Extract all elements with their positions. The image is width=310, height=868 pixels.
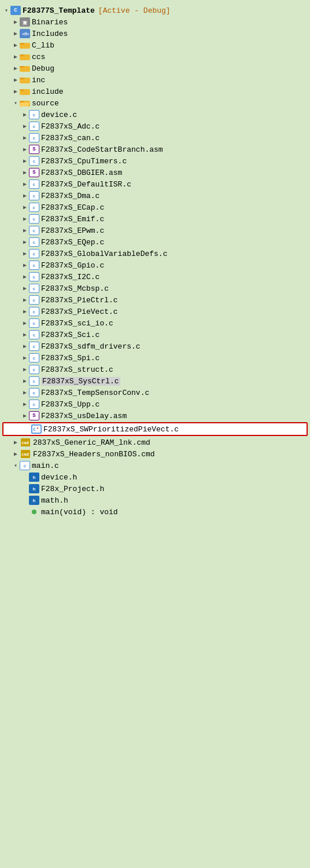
c-file-icon: c [29, 191, 39, 200]
main_void-label: main(void) : void [41, 508, 118, 517]
tree-item-inc[interactable]: ▶inc [0, 74, 310, 86]
tree-item-ecap_c[interactable]: ▶cF2837xS_ECap.c [0, 202, 310, 213]
tree-item-adc_c[interactable]: ▶cF2837xS_Adc.c [0, 120, 310, 132]
dma_c-label: F2837xS_Dma.c [41, 192, 99, 200]
tree-item-struct_c[interactable]: ▶cF2837xS_struct.c [0, 364, 310, 375]
c_lib-label: C_lib [32, 41, 54, 50]
c-file-icon: c [29, 400, 39, 409]
svg-rect-9 [20, 78, 24, 79]
dbgier_asm-chevron: ▶ [21, 169, 29, 176]
file-tree: ▾ C F28377S_Template [Active - Debug] ▶▣… [0, 2, 310, 520]
tree-root[interactable]: ▾ C F28377S_Template [Active - Debug] [0, 5, 310, 16]
tree-item-includes[interactable]: ▶<H>Includes [0, 28, 310, 39]
c-file-icon: c [29, 180, 39, 189]
tree-item-epwm_c[interactable]: ▶cF2837xS_EPwm.c [0, 225, 310, 236]
tree-item-device_h[interactable]: hdevice.h [0, 471, 310, 483]
h-file-icon: h [29, 496, 39, 505]
tree-item-f28x_project_h[interactable]: hF28x_Project.h [0, 483, 310, 495]
globalvardefs_c-chevron: ▶ [21, 250, 29, 257]
pievect_c-label: F2837xS_PieVect.c [41, 307, 118, 316]
c-file-icon: c [29, 203, 39, 212]
tree-item-tempsensor_c[interactable]: ▶cF2837xS_TempSensorConv.c [0, 387, 310, 398]
tree-item-include[interactable]: ▶include [0, 86, 310, 97]
root-label: F28377S_Template [23, 6, 95, 15]
tree-item-globalvardefs_c[interactable]: ▶cF2837xS_GlobalVariableDefs.c [0, 248, 310, 259]
root-status: [Active - Debug] [98, 6, 171, 15]
c-file-icon: c [29, 295, 39, 305]
usdelay_asm-chevron: ▶ [21, 412, 29, 419]
tree-item-i2c_c[interactable]: ▶cF2837xS_I2C.c [0, 271, 310, 283]
tree-item-gpio_c[interactable]: ▶cF2837xS_Gpio.c [0, 259, 310, 271]
tempsensor_c-label: F2837xS_TempSensorConv.c [41, 389, 149, 397]
tree-item-dma_c[interactable]: ▶cF2837xS_Dma.c [0, 190, 310, 202]
c-file-icon: c [29, 261, 39, 270]
c-file-icon: c [29, 110, 39, 119]
source-chevron: ▾ [12, 100, 20, 107]
tree-item-spi_c[interactable]: ▶cF2837xS_Spi.c [0, 352, 310, 364]
math_h-label: math.h [41, 496, 68, 505]
usdelay_asm-label: F2837xS_usDelay.asm [41, 412, 127, 420]
spi_c-chevron: ▶ [21, 354, 29, 361]
c-file-icon: c [29, 318, 39, 328]
tree-item-c_lib[interactable]: ▶C_lib [0, 39, 310, 51]
tree-item-generic_ram_cmd[interactable]: ▶cmd2837xS_Generic_RAM_lnk.cmd [0, 437, 310, 448]
tree-item-defaultisr_c[interactable]: ▶cF2837xS_DefaultISR.c [0, 178, 310, 190]
tree-item-sysctrl_c[interactable]: ▶cF2837xS_SysCtrl.c [0, 375, 310, 387]
tree-item-main_c[interactable]: ▾cmain.c [0, 460, 310, 471]
tree-item-sdfm_c[interactable]: ▶cF2837xS_sdfm_drivers.c [0, 340, 310, 352]
codestart_asm-label: F2837xS_CodeStartBranch.asm [41, 145, 163, 154]
tree-item-swprioritized_c[interactable]: c★F2837xS_SWPrioritizedPieVect.c [2, 422, 308, 436]
tree-item-source[interactable]: ▾source [0, 97, 310, 109]
tree-item-codestart_asm[interactable]: ▶SF2837xS_CodeStartBranch.asm [0, 144, 310, 155]
c-file-icon: c [29, 214, 39, 224]
main_c-chevron: ▾ [12, 462, 20, 469]
c-file-icon: c [29, 353, 39, 362]
can_c-label: F2837xS_can.c [41, 134, 99, 142]
tree-item-sci_io_c[interactable]: ▶cF2837xS_sci_io.c [0, 317, 310, 329]
eqep_c-label: F2837xS_EQep.c [41, 238, 104, 247]
tree-item-debug[interactable]: ▶Debug [0, 63, 310, 74]
pievect_c-chevron: ▶ [21, 308, 29, 315]
circle-green-icon [29, 507, 39, 517]
gpio_c-label: F2837xS_Gpio.c [41, 261, 104, 270]
tree-item-binaries[interactable]: ▶▣Binaries [0, 16, 310, 28]
piectrl_c-label: F2837xS_PieCtrl.c [41, 296, 118, 305]
defaultisr_c-chevron: ▶ [21, 181, 29, 188]
debug-label: Debug [32, 64, 54, 73]
headers_nonbios_cmd-chevron: ▶ [12, 451, 20, 457]
tree-item-math_h[interactable]: hmath.h [0, 495, 310, 506]
tree-item-upp_c[interactable]: ▶cF2837xS_Upp.c [0, 398, 310, 410]
tree-item-dbgier_asm[interactable]: ▶SF2837xS_DBGIER.asm [0, 167, 310, 178]
sci_io_c-chevron: ▶ [21, 320, 29, 327]
ecap_c-label: F2837xS_ECap.c [41, 203, 104, 212]
svg-rect-11 [20, 89, 24, 91]
root-chevron: ▾ [2, 7, 10, 14]
tree-item-can_c[interactable]: ▶cF2837xS_can.c [0, 132, 310, 144]
include-chevron: ▶ [12, 88, 20, 95]
tree-item-headers_nonbios_cmd[interactable]: ▶cmdF2837xS_Headers_nonBIOS.cmd [0, 448, 310, 460]
inc-chevron: ▶ [12, 76, 20, 83]
codestart_asm-chevron: ▶ [21, 146, 29, 153]
tree-item-eqep_c[interactable]: ▶cF2837xS_EQep.c [0, 236, 310, 248]
tree-item-pievect_c[interactable]: ▶cF2837xS_PieVect.c [0, 306, 310, 317]
can_c-chevron: ▶ [21, 134, 29, 141]
tree-item-usdelay_asm[interactable]: ▶SF2837xS_usDelay.asm [0, 410, 310, 422]
device_c-label: device.c [41, 111, 77, 119]
h-file-icon: h [29, 473, 39, 482]
tree-item-piectrl_c[interactable]: ▶cF2837xS_PieCtrl.c [0, 294, 310, 306]
sdfm_c-chevron: ▶ [21, 343, 29, 350]
ccs-project-icon: C [10, 6, 21, 15]
tree-item-main_void[interactable]: main(void) : void [0, 506, 310, 518]
defaultisr_c-label: F2837xS_DefaultISR.c [41, 180, 131, 189]
tree-item-device_c[interactable]: ▶cdevice.c [0, 109, 310, 120]
tree-item-mcbsp_c[interactable]: ▶cF2837xS_Mcbsp.c [0, 283, 310, 294]
tree-item-emif_c[interactable]: ▶cF2837xS_Emif.c [0, 213, 310, 225]
svg-rect-5 [20, 54, 24, 56]
epwm_c-label: F2837xS_EPwm.c [41, 226, 104, 235]
tree-item-ccs[interactable]: ▶ccs [0, 51, 310, 63]
ccs-label: ccs [32, 53, 45, 61]
tree-item-sci_c[interactable]: ▶cF2837xS_Sci.c [0, 329, 310, 340]
sci_io_c-label: F2837xS_sci_io.c [41, 319, 113, 328]
tree-item-cputimers_c[interactable]: ▶cF2837xS_CpuTimers.c [0, 155, 310, 167]
tree-items-container: ▶▣Binaries▶<H>Includes▶C_lib▶ccs▶Debug▶i… [0, 16, 310, 518]
